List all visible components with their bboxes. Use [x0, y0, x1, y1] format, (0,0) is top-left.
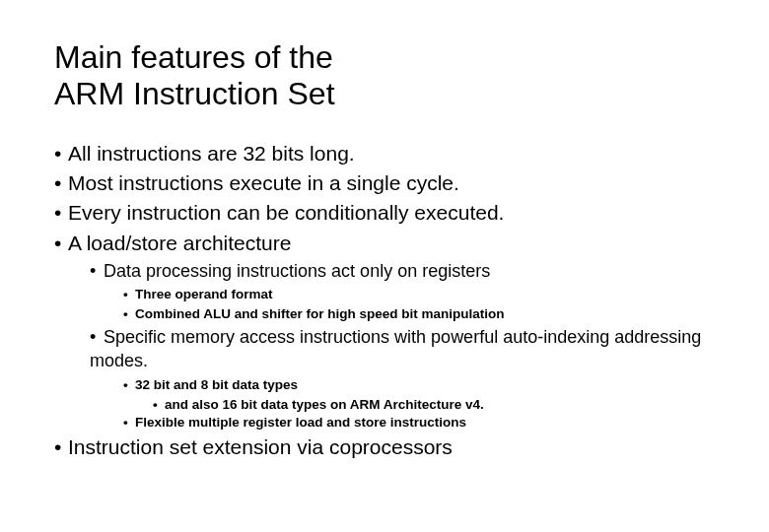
bullet-l2: •Data processing instructions act only o…: [90, 259, 715, 283]
bullet-l1: •A load/store architecture: [54, 230, 715, 257]
bullet-text: A load/store architecture: [68, 232, 291, 254]
bullet-text: Instruction set extension via coprocesso…: [68, 435, 453, 458]
bullet-text: All instructions are 32 bits long.: [68, 142, 355, 165]
bullet-text: 32 bit and 8 bit data types: [135, 377, 298, 392]
bullet-text: Combined ALU and shifter for high speed …: [135, 306, 505, 321]
bullet-l2: •Specific memory access instructions wit…: [90, 325, 715, 373]
bullet-text: Data processing instructions act only on…: [104, 261, 490, 281]
bullet-text: Every instruction can be conditionally e…: [68, 201, 504, 224]
title-line-1: Main features of the: [54, 39, 333, 75]
bullet-text: and also 16 bit data types on ARM Archit…: [165, 397, 484, 412]
bullet-l1: •Most instructions execute in a single c…: [54, 169, 715, 197]
bullet-l1: •Instruction set extension via coprocess…: [54, 433, 715, 461]
bullet-l3: •32 bit and 8 bit data types: [123, 376, 715, 395]
slide-title: Main features of the ARM Instruction Set: [54, 39, 715, 112]
bullet-text: Three operand format: [135, 287, 273, 301]
bullet-text: Most instructions execute in a single cy…: [68, 171, 459, 194]
bullet-l1: •All instructions are 32 bits long.: [54, 140, 715, 167]
bullet-text: Specific memory access instructions with…: [90, 327, 701, 370]
bullet-l1: •Every instruction can be conditionally …: [54, 199, 715, 227]
bullet-l3: •Flexible multiple register load and sto…: [123, 414, 715, 432]
title-line-2: ARM Instruction Set: [54, 76, 335, 111]
bullet-l4: •and also 16 bit data types on ARM Archi…: [153, 396, 715, 415]
bullet-l3: •Three operand format: [123, 286, 715, 304]
bullet-text: Flexible multiple register load and stor…: [135, 415, 466, 430]
bullet-l3: •Combined ALU and shifter for high speed…: [123, 305, 715, 324]
